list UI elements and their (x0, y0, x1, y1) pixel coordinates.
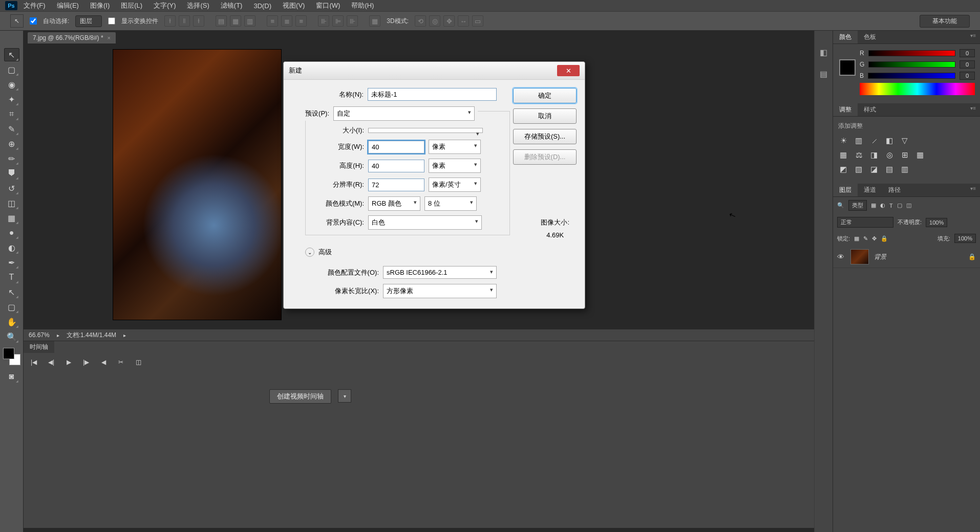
stamp-tool[interactable]: ⛊ (4, 167, 19, 180)
filter-adjust-icon[interactable]: ◐ (880, 202, 885, 209)
wand-tool[interactable]: ✦ (4, 93, 19, 106)
threshold-icon[interactable]: ◪ (869, 164, 879, 174)
menu-select[interactable]: 选择(S) (182, 0, 214, 11)
menu-view[interactable]: 视图(V) (278, 0, 310, 11)
quickmask-tool[interactable]: ◙ (4, 370, 19, 383)
timeline-tab[interactable]: 时间轴 (24, 341, 54, 353)
info-caret-icon[interactable]: ▸ (123, 332, 126, 338)
selective-icon[interactable]: ▥ (900, 164, 910, 174)
resolution-input[interactable] (368, 179, 424, 191)
layer-thumbnail[interactable] (850, 249, 869, 264)
menu-file[interactable]: 文件(F) (18, 0, 51, 11)
distribute-icon[interactable]: ≡ (295, 15, 307, 27)
tab-color[interactable]: 颜色 (833, 31, 858, 43)
3d-pan-icon[interactable]: ✥ (443, 15, 455, 27)
3d-scale-icon[interactable]: ▭ (472, 15, 483, 27)
gradient-tool[interactable]: ▦ (4, 211, 19, 225)
align-icon[interactable]: ▦ (230, 15, 241, 27)
menu-filter[interactable]: 滤镜(T) (216, 0, 248, 11)
poster-icon[interactable]: ▧ (854, 164, 864, 174)
panel-menu-icon[interactable]: ▾≡ (966, 184, 980, 196)
invert-icon[interactable]: ◩ (838, 164, 848, 174)
type-tool[interactable]: T (4, 271, 19, 284)
b-slider[interactable] (868, 73, 955, 79)
hue-icon[interactable]: ▦ (838, 150, 848, 160)
spectrum-bar[interactable] (860, 83, 975, 95)
tab-adjustments[interactable]: 调整 (833, 103, 858, 116)
menu-window[interactable]: 窗口(W) (311, 0, 345, 11)
auto-select-dropdown[interactable]: 图层 (75, 15, 102, 27)
3d-icon[interactable]: ▦ (369, 15, 380, 27)
last-frame-icon[interactable]: ◀ (98, 357, 109, 367)
brush-tool[interactable]: ✏ (4, 152, 19, 165)
filter-pixel-icon[interactable]: ▦ (871, 202, 876, 209)
height-input[interactable] (368, 160, 424, 172)
r-slider[interactable] (868, 50, 955, 56)
distribute-icon[interactable]: ≡ (267, 15, 278, 27)
lock-paint-icon[interactable]: ✎ (863, 235, 868, 242)
canvas[interactable] (113, 49, 282, 320)
create-video-timeline-button[interactable]: 创建视频时间轴 (269, 389, 331, 404)
filter-smart-icon[interactable]: ◫ (906, 202, 911, 209)
zoom-caret-icon[interactable]: ▸ (57, 332, 59, 338)
levels-icon[interactable]: ▥ (854, 136, 864, 146)
dialog-titlebar[interactable]: 新建 ✕ (284, 62, 585, 80)
scissors-icon[interactable]: ✂ (116, 357, 126, 367)
zoom-tool[interactable]: 🔍 (4, 330, 19, 343)
tab-channels[interactable]: 通道 (858, 184, 882, 196)
color-swatch[interactable] (839, 59, 856, 76)
photo-filter-icon[interactable]: ◎ (884, 150, 894, 160)
g-value[interactable]: 0 (960, 60, 975, 69)
b-value[interactable]: 0 (960, 72, 975, 80)
cancel-button[interactable]: 取消 (513, 108, 577, 124)
document-tab[interactable]: 7.jpg @ 66.7%(RGB/8#) * × (28, 32, 116, 43)
align-icon[interactable]: ⫲ (193, 15, 204, 27)
name-input[interactable] (368, 88, 497, 101)
prev-frame-icon[interactable]: ◀| (46, 357, 56, 367)
distribute-icon[interactable]: ⊫ (332, 15, 344, 27)
show-transform-checkbox[interactable] (108, 17, 115, 25)
eyedropper-tool[interactable]: ✎ (4, 122, 19, 136)
play-icon[interactable]: ▶ (63, 357, 74, 367)
tool-indicator[interactable]: ↖ (10, 14, 24, 28)
lookup-icon[interactable]: ▦ (915, 150, 925, 160)
3d-orbit-icon[interactable]: ⟲ (415, 15, 426, 27)
align-icon[interactable]: ⫴ (179, 15, 190, 27)
layer-name[interactable]: 背景 (874, 253, 886, 261)
delete-preset-button[interactable]: 删除预设(D)... (513, 149, 577, 165)
opacity-input[interactable]: 100% (926, 218, 947, 227)
hand-tool[interactable]: ✋ (4, 315, 19, 328)
panel-menu-icon[interactable]: ▾≡ (966, 103, 980, 116)
ok-button[interactable]: 确定 (513, 88, 577, 103)
distribute-icon[interactable]: ⊪ (347, 15, 358, 27)
pen-tool[interactable]: ✒ (4, 256, 19, 269)
g-slider[interactable] (868, 61, 955, 68)
bw-icon[interactable]: ◨ (869, 150, 879, 160)
profile-dropdown[interactable]: sRGB IEC61966-2.1 (383, 266, 497, 279)
distribute-icon[interactable]: ≣ (281, 15, 292, 27)
height-unit-dropdown[interactable]: 像素 (429, 159, 481, 173)
mode-dropdown[interactable]: RGB 颜色 (368, 196, 420, 211)
menu-image[interactable]: 图像(I) (85, 0, 115, 11)
lock-trans-icon[interactable]: ▦ (854, 235, 859, 242)
preset-dropdown[interactable]: 自定 (333, 106, 475, 121)
lasso-tool[interactable]: ◉ (4, 78, 19, 91)
panel-menu-icon[interactable]: ▾≡ (966, 31, 980, 43)
size-dropdown[interactable] (368, 128, 483, 133)
tab-layers[interactable]: 图层 (833, 184, 858, 196)
blur-tool[interactable]: ● (4, 226, 19, 239)
fill-input[interactable]: 100% (954, 234, 976, 243)
exposure-icon[interactable]: ◧ (884, 136, 894, 146)
fg-color[interactable] (3, 348, 14, 359)
menu-layer[interactable]: 图层(L) (116, 0, 147, 11)
shape-tool[interactable]: ▢ (4, 300, 19, 314)
color-swatches[interactable] (3, 348, 20, 365)
depth-dropdown[interactable]: 8 位 (424, 196, 477, 211)
balance-icon[interactable]: ⚖ (854, 150, 864, 160)
marquee-tool[interactable]: ▢ (4, 63, 19, 76)
filter-shape-icon[interactable]: ▢ (897, 202, 902, 209)
tab-swatches[interactable]: 色板 (858, 31, 882, 43)
eraser-tool[interactable]: ◫ (4, 196, 19, 210)
r-value[interactable]: 0 (960, 49, 975, 57)
crop-tool[interactable]: ⌗ (4, 107, 19, 121)
